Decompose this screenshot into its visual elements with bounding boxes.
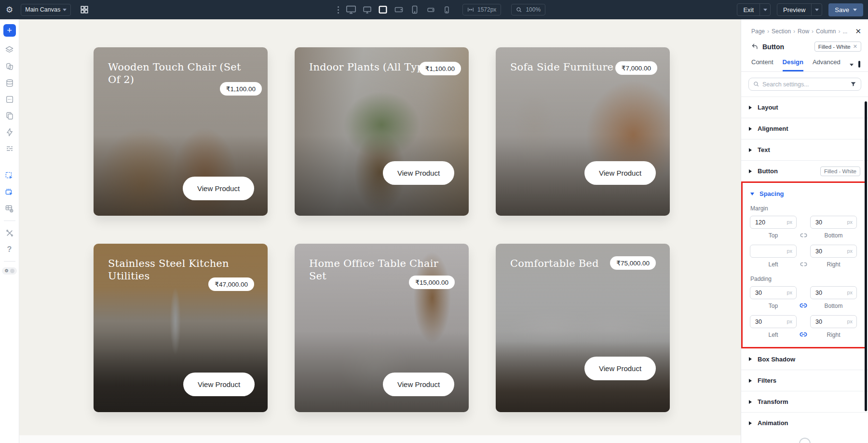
tabs-dropdown-icon[interactable]	[850, 64, 854, 66]
builder-settings-gear-icon[interactable]: ⚙	[6, 6, 13, 14]
padding-left-label: Left	[750, 332, 797, 338]
close-panel-icon[interactable]: ✕	[855, 28, 861, 35]
breadcrumb-item[interactable]: Page	[751, 28, 765, 35]
global-settings-icon[interactable]	[3, 142, 15, 154]
element-selector-icon[interactable]	[3, 170, 15, 182]
remove-preset-icon[interactable]: ✕	[853, 43, 857, 50]
padding-bottom-input[interactable]: px	[810, 286, 857, 299]
padding-horizontal-link-icon[interactable]	[797, 315, 810, 338]
page-bottom-edge	[19, 435, 741, 443]
preset-badge[interactable]: Filled - White ✕	[814, 42, 861, 52]
editor-canvas[interactable]: Wooden Touch Chair (Set Of 2) ₹1,100.00 …	[19, 19, 741, 443]
preset-style-square-icon[interactable]	[858, 61, 860, 68]
breakpoint-tablet-portrait-icon[interactable]	[409, 4, 420, 15]
breadcrumb-item[interactable]: Section	[772, 28, 791, 35]
zoom-level-field[interactable]: 100%	[511, 4, 545, 15]
product-card[interactable]: Wooden Touch Chair (Set Of 2) ₹1,100.00 …	[94, 47, 268, 216]
breadcrumb-item[interactable]: Row	[798, 28, 809, 35]
search-input[interactable]	[762, 81, 847, 88]
padding-vertical-link-icon[interactable]	[797, 286, 810, 309]
filter-funnel-icon[interactable]	[850, 81, 856, 87]
section-alignment[interactable]: Alignment	[741, 118, 868, 139]
margin-horizontal-unlink-icon[interactable]	[797, 245, 810, 268]
save-button[interactable]: Save	[828, 3, 863, 16]
actions-lightning-icon[interactable]	[3, 126, 15, 138]
back-arrow-icon[interactable]	[751, 43, 759, 50]
layers-icon[interactable]	[3, 44, 15, 56]
product-card[interactable]: Indoor Plants (All Type) ₹1,100.00 View …	[295, 47, 469, 216]
canvas-selector-dropdown[interactable]: Main Canvas	[21, 4, 71, 16]
settings-search[interactable]	[748, 78, 861, 91]
database-icon[interactable]	[3, 77, 15, 89]
theme-toggle[interactable]: ⚙	[2, 267, 16, 275]
view-product-button[interactable]: View Product	[584, 161, 656, 185]
padding-bottom-label: Bottom	[810, 303, 857, 309]
view-product-button[interactable]: View Product	[383, 373, 454, 396]
section-layout[interactable]: Layout	[741, 97, 868, 118]
product-title: Comfortable Bed	[510, 257, 599, 270]
exit-button[interactable]: Exit	[737, 4, 760, 15]
element-selector-alt-icon[interactable]	[3, 186, 15, 198]
margin-right-input[interactable]: px	[810, 245, 857, 258]
view-product-button[interactable]: View Product	[183, 177, 254, 200]
chevron-down-icon	[750, 193, 754, 195]
tab-advanced[interactable]: Advanced	[813, 58, 841, 71]
section-button[interactable]: Button Filled - White	[741, 160, 868, 181]
add-element-button[interactable]: +	[3, 24, 16, 37]
padding-left-input[interactable]: px	[750, 315, 797, 328]
panel-scrollbar[interactable]	[865, 101, 867, 411]
exit-split-button: Exit	[737, 3, 771, 16]
product-price-badge: ₹1,100.00	[220, 82, 262, 96]
view-product-button[interactable]: View Product	[584, 357, 656, 380]
tab-content[interactable]: Content	[751, 58, 773, 71]
view-product-button[interactable]: View Product	[183, 373, 255, 396]
zoom-level-value: 100%	[526, 6, 541, 13]
breakpoint-tablet-landscape-icon[interactable]	[393, 4, 405, 15]
unit-label: px	[847, 248, 853, 254]
padding-top-input[interactable]: px	[750, 286, 797, 299]
preview-button[interactable]: Preview	[777, 4, 811, 15]
view-product-button[interactable]: View Product	[383, 161, 454, 185]
preview-dropdown-arrow[interactable]	[811, 4, 822, 15]
tab-design[interactable]: Design	[783, 58, 803, 71]
margin-left-input[interactable]: px	[750, 245, 797, 258]
breadcrumb-separator: ›	[767, 28, 769, 35]
section-text[interactable]: Text	[741, 139, 868, 160]
data-manager-icon[interactable]	[3, 203, 15, 215]
product-card[interactable]: Home Office Table Chair Set ₹15,000.00 V…	[295, 244, 469, 412]
save-button-label: Save	[835, 6, 849, 14]
exit-dropdown-arrow[interactable]	[760, 4, 770, 15]
help-icon[interactable]: ?	[3, 243, 15, 255]
margin-vertical-unlink-icon[interactable]	[797, 216, 810, 239]
breakpoint-active-icon[interactable]	[377, 4, 389, 15]
product-card[interactable]: Stainless Steel Kitchen Utilities ₹47,00…	[94, 244, 268, 412]
product-card[interactable]: Comfortable Bed ₹75,000.00 View Product	[496, 244, 670, 412]
templates-icon[interactable]	[3, 60, 15, 72]
product-price-badge: ₹15,000.00	[409, 276, 455, 289]
forms-icon[interactable]	[3, 93, 15, 105]
section-filters[interactable]: Filters	[741, 370, 868, 391]
section-transform[interactable]: Transform	[741, 391, 868, 412]
breakpoint-phone-landscape-icon[interactable]	[425, 4, 436, 15]
tools-icon[interactable]	[3, 227, 15, 239]
section-box-shadow[interactable]: Box Shadow	[741, 348, 868, 370]
padding-right-input[interactable]: px	[810, 315, 857, 328]
margin-bottom-input[interactable]: px	[810, 216, 857, 229]
breadcrumb-item[interactable]: ...	[842, 28, 847, 35]
grid-view-icon[interactable]	[79, 4, 90, 15]
product-card[interactable]: Sofa Side Furniture Set ₹7,000.00 View P…	[496, 47, 670, 216]
product-price-badge: ₹47,000.00	[208, 277, 254, 291]
breakpoint-desktop-xl-icon[interactable]	[345, 4, 357, 15]
breadcrumb-item[interactable]: Column	[816, 28, 836, 35]
section-spacing[interactable]: Spacing	[743, 190, 865, 197]
section-animation[interactable]: Animation	[741, 412, 868, 433]
margin-top-input[interactable]: px	[750, 216, 797, 229]
button-preset-badge[interactable]: Filled - White	[820, 166, 860, 176]
chevron-right-icon	[749, 127, 752, 131]
pages-copy-icon[interactable]	[3, 110, 15, 122]
breakpoint-phone-portrait-icon[interactable]	[441, 4, 452, 15]
more-options-kebab-icon[interactable]	[338, 6, 339, 14]
breakpoint-desktop-icon[interactable]	[361, 4, 373, 15]
product-price-badge: ₹1,100.00	[419, 62, 461, 75]
canvas-width-field[interactable]: 1572px	[462, 4, 501, 15]
